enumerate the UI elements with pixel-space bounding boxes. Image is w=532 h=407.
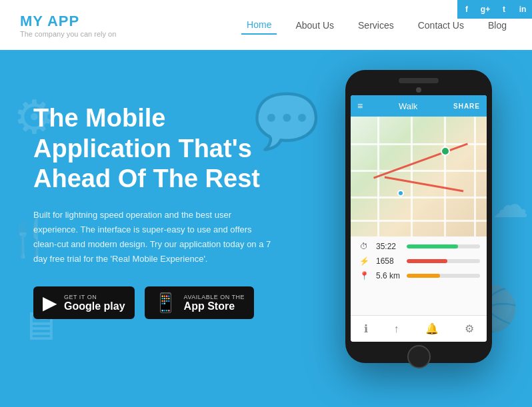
phone-status-bar: ≡ Walk SHARE [351, 95, 487, 117]
map-destination-marker [441, 147, 450, 156]
app-store-icon: 📱 [154, 292, 177, 314]
distance-bar [407, 274, 440, 278]
phone-camera [416, 87, 421, 93]
header: f g+ t in MY APP The company you can rel… [0, 0, 532, 50]
stat-steps: ⚡ 1658 [357, 256, 480, 266]
logo-title: MY APP [20, 13, 116, 30]
steps-icon: ⚡ [357, 256, 371, 266]
phone-nav-bar: ℹ ↑ 🔔 ⚙ [351, 315, 487, 342]
distance-value: 5.6 km [376, 271, 401, 280]
steps-bar-bg [407, 259, 480, 263]
hero-title: The Mobile Application That's Ahead Of T… [33, 103, 273, 195]
time-bar-bg [407, 244, 480, 248]
time-value: 35:22 [376, 242, 401, 251]
logo-subtitle: The company you can rely on [20, 30, 116, 38]
phone-mockup: ≡ Walk SHARE [345, 70, 492, 363]
hero-section: ⚙ 🍴 🖥 💬 🏀 ☁ The Mobile Application That'… [0, 50, 532, 407]
google-play-text: GET IT ON Google play [64, 294, 125, 312]
app-store-top: AVAILABLE ON THE [184, 294, 245, 300]
steps-value: 1658 [376, 256, 401, 266]
phone-map [351, 117, 487, 236]
linkedin-icon[interactable]: in [513, 0, 532, 19]
nav-about[interactable]: About Us [290, 17, 339, 34]
phone-stats: ⏱ 35:22 ⚡ 1658 📍 [351, 236, 487, 315]
logo: MY APP The company you can rely on [20, 13, 116, 38]
phone-body: ≡ Walk SHARE [345, 70, 492, 363]
app-store-main: App Store [184, 300, 245, 312]
app-store-text: AVAILABLE ON THE App Store [184, 294, 245, 312]
phone-screen-title: Walk [399, 101, 417, 111]
time-icon: ⏱ [357, 242, 371, 251]
distance-icon: 📍 [357, 271, 371, 280]
phone-bell-icon[interactable]: 🔔 [425, 322, 439, 335]
phone-screen: ≡ Walk SHARE [351, 95, 487, 342]
phone-home-button[interactable] [407, 345, 431, 368]
twitter-icon[interactable]: t [495, 0, 513, 19]
phone-share-label: SHARE [453, 103, 480, 110]
google-play-top: GET IT ON [64, 294, 125, 300]
stat-distance: 📍 5.6 km [357, 271, 480, 280]
time-bar [407, 244, 458, 248]
nav-home[interactable]: Home [241, 16, 277, 35]
stat-time: ⏱ 35:22 [357, 242, 480, 251]
nav-blog[interactable]: Blog [483, 17, 512, 34]
phone-menu-icon: ≡ [357, 101, 363, 111]
bg-icon-6: ☁ [492, 183, 529, 226]
nav-contact[interactable]: Contact Us [413, 17, 469, 34]
google-play-button[interactable]: ▶ GET IT ON Google play [33, 286, 135, 319]
map-location-dot [397, 190, 404, 197]
phone-up-icon[interactable]: ↑ [394, 323, 399, 335]
phone-info-icon[interactable]: ℹ [364, 322, 368, 335]
hero-description: Built for lightning speed operation and … [33, 208, 273, 266]
distance-bar-bg [407, 274, 480, 278]
nav-services[interactable]: Services [353, 17, 399, 34]
social-icons: f g+ t in [457, 0, 532, 19]
phone-settings-icon[interactable]: ⚙ [465, 322, 474, 335]
google-play-main: Google play [64, 300, 125, 312]
googleplus-icon[interactable]: g+ [476, 0, 495, 19]
hero-content: The Mobile Application That's Ahead Of T… [0, 50, 307, 352]
app-store-button[interactable]: 📱 AVAILABLE ON THE App Store [145, 286, 255, 319]
phone-notch [399, 78, 439, 83]
facebook-icon[interactable]: f [457, 0, 476, 19]
google-play-icon: ▶ [43, 292, 57, 314]
steps-bar [407, 259, 447, 263]
store-buttons: ▶ GET IT ON Google play 📱 AVAILABLE ON T… [33, 286, 273, 319]
